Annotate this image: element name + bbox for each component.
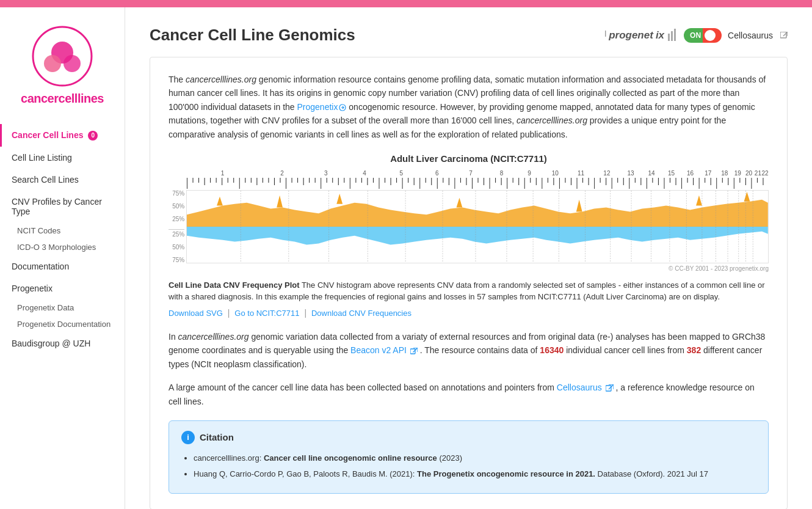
svg-rect-54 [449, 178, 449, 185]
svg-rect-60 [484, 178, 484, 185]
svg-rect-86 [635, 178, 636, 183]
svg-rect-71 [548, 178, 548, 183]
sidebar-item-progenetix-data[interactable]: Progenetix Data [0, 299, 125, 316]
svg-rect-16 [228, 178, 228, 183]
citation-header: i Citation [181, 431, 756, 444]
svg-rect-14 [216, 178, 217, 183]
svg-rect-106 [751, 178, 752, 189]
svg-rect-94 [681, 178, 682, 189]
svg-rect-9 [187, 178, 187, 189]
svg-rect-61 [490, 178, 490, 189]
svg-rect-35 [338, 178, 339, 185]
svg-rect-91 [664, 178, 664, 189]
sidebar-item-documentation[interactable]: Documentation [0, 255, 125, 277]
svg-rect-84 [623, 178, 624, 185]
svg-rect-17 [233, 178, 234, 183]
cellosaurus-ref-link[interactable]: Cellosaurus [557, 383, 602, 392]
svg-rect-77 [582, 178, 583, 183]
info-icon: i [181, 431, 195, 444]
cellosaurus-label[interactable]: Cellosaurus [728, 31, 773, 40]
sidebar-item-icdo-morphologies[interactable]: ICD-O 3 Morphologies [0, 239, 125, 255]
svg-rect-64 [507, 178, 507, 189]
progenetix-logo[interactable]: | progenetix [604, 29, 678, 42]
svg-rect-57 [466, 178, 466, 185]
svg-rect-92 [670, 178, 670, 183]
chart-copyright: © CC-BY 2001 - 2023 progenetix.org [169, 265, 769, 272]
citation-title: Citation [200, 432, 234, 442]
svg-rect-6 [674, 29, 676, 41]
svg-rect-36 [344, 178, 344, 183]
cancer-type-count: 382 [687, 345, 701, 355]
svg-rect-26 [286, 178, 286, 189]
citation-box: i Citation cancercelllines.org: Cancer c… [169, 420, 769, 494]
svg-rect-50 [426, 178, 426, 183]
svg-rect-38 [355, 178, 356, 183]
go-ncit-link[interactable]: Go to NCIT:C7711 [234, 309, 299, 318]
cellosaurus-toggle[interactable]: ON [684, 28, 722, 43]
beacon-api-link[interactable]: Beacon v2 API [350, 345, 407, 355]
svg-rect-76 [577, 178, 578, 189]
svg-rect-19 [245, 178, 245, 183]
svg-rect-98 [705, 178, 705, 183]
svg-rect-58 [472, 178, 473, 189]
svg-rect-103 [734, 178, 734, 189]
chart-section: Adult Liver Carcinoma (NCIT:C7711) 1 2 3… [169, 153, 769, 318]
svg-rect-99 [711, 178, 711, 185]
header-logos: | progenetix ON Cellosaurus [604, 28, 788, 43]
download-svg-link[interactable]: Download SVG [169, 309, 223, 318]
svg-line-8 [783, 32, 788, 36]
svg-rect-69 [536, 178, 537, 185]
svg-rect-80 [600, 178, 601, 183]
svg-rect-75 [571, 178, 571, 185]
svg-rect-53 [443, 178, 443, 183]
svg-rect-85 [629, 178, 629, 189]
citation-item-1: cancercelllines.org: Cancer cell line on… [194, 452, 756, 465]
sidebar-item-ncit-codes[interactable]: NCIT Codes [0, 222, 125, 239]
svg-rect-45 [396, 178, 397, 183]
svg-rect-83 [617, 178, 618, 183]
svg-rect-96 [693, 178, 694, 185]
svg-rect-25 [280, 178, 280, 183]
svg-rect-12 [205, 178, 205, 185]
svg-rect-33 [327, 178, 327, 183]
svg-rect-104 [739, 178, 740, 183]
svg-rect-100 [716, 178, 717, 189]
svg-rect-73 [559, 178, 560, 189]
svg-rect-28 [297, 178, 298, 183]
svg-rect-22 [263, 178, 263, 183]
svg-rect-67 [524, 178, 525, 189]
citation-list: cancercelllines.org: Cancer cell line on… [181, 452, 756, 481]
cnv-histogram: 75% 50% 25% 25% 50% 75% [169, 190, 769, 263]
stats-site-italic: cancercelllines.org [178, 332, 249, 342]
svg-rect-40 [367, 178, 368, 185]
svg-rect-5 [671, 31, 673, 41]
cnv-description: Cell Line Data CNV Frequency Plot The CN… [169, 279, 769, 303]
svg-rect-39 [361, 178, 362, 183]
sidebar-item-progenetix[interactable]: Progenetix [0, 277, 125, 299]
svg-rect-34 [332, 178, 333, 183]
svg-rect-65 [513, 178, 513, 183]
download-cnv-link[interactable]: Download CNV Frequencies [311, 309, 411, 318]
sidebar-item-cell-line-listing[interactable]: Cell Line Listing [0, 147, 125, 169]
svg-rect-43 [385, 178, 385, 183]
sidebar-item-progenetix-documentation[interactable]: Progenetix Documentation [0, 316, 125, 332]
sidebar-item-cancer-cell-lines[interactable]: Cancer Cell Lines 0 [0, 124, 125, 147]
cellosaurus-paragraph: A large amount of the cancer cell line d… [169, 381, 769, 408]
svg-rect-24 [274, 178, 275, 185]
main-content: Cancer Cell Line Genomics | progenetix O… [125, 7, 812, 509]
svg-rect-7 [780, 32, 786, 38]
svg-rect-30 [309, 178, 310, 183]
sidebar-nav: Cancer Cell Lines 0 Cell Line Listing Se… [0, 124, 125, 354]
svg-rect-59 [478, 178, 479, 183]
svg-rect-108 [763, 178, 763, 185]
svg-rect-21 [256, 178, 257, 185]
citation-item-2: Huang Q, Carrio-Cordo P, Gao B, Paloots … [194, 467, 756, 481]
svg-rect-10 [193, 178, 194, 183]
logo-text: cancercelllines [21, 92, 104, 106]
sidebar-item-search-cell-lines[interactable]: Search Cell Lines [0, 169, 125, 191]
svg-rect-52 [437, 178, 438, 189]
progenetix-link[interactable]: Progenetix [297, 102, 338, 112]
svg-rect-66 [518, 178, 519, 185]
sidebar-item-baudisgroup[interactable]: Baudisgroup @ UZH [0, 332, 125, 354]
sidebar-item-cnv-profiles[interactable]: CNV Profiles by Cancer Type [0, 191, 125, 222]
